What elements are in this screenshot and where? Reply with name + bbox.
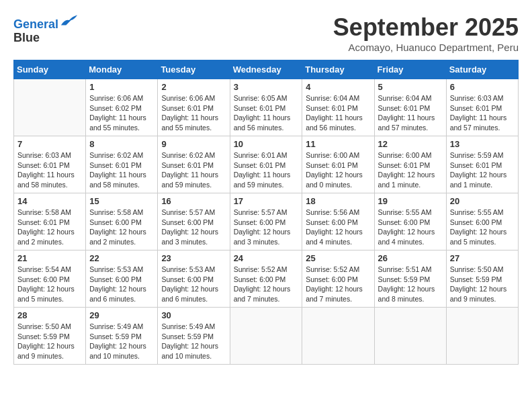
- calendar-table: SundayMondayTuesdayWednesdayThursdayFrid…: [13, 60, 519, 365]
- day-of-week-header: Tuesday: [158, 60, 230, 79]
- day-number: 1: [89, 82, 154, 92]
- day-info: Sunrise: 5:57 AM Sunset: 6:00 PM Dayligh…: [161, 208, 226, 247]
- day-info: Sunrise: 6:04 AM Sunset: 6:01 PM Dayligh…: [306, 93, 370, 133]
- day-of-week-header: Thursday: [302, 60, 374, 79]
- day-info: Sunrise: 6:05 AM Sunset: 6:01 PM Dayligh…: [234, 93, 299, 133]
- day-of-week-header: Monday: [86, 60, 158, 79]
- day-number: 8: [89, 139, 154, 149]
- day-info: Sunrise: 5:57 AM Sunset: 6:00 PM Dayligh…: [234, 208, 299, 247]
- day-of-week-header: Saturday: [446, 60, 518, 79]
- month-title: September 2025: [333, 13, 519, 42]
- calendar-day-cell: 20Sunrise: 5:55 AM Sunset: 6:00 PM Dayli…: [446, 193, 518, 250]
- calendar-day-cell: 16Sunrise: 5:57 AM Sunset: 6:00 PM Dayli…: [158, 193, 230, 250]
- day-info: Sunrise: 5:50 AM Sunset: 5:59 PM Dayligh…: [450, 265, 515, 304]
- day-info: Sunrise: 5:49 AM Sunset: 5:59 PM Dayligh…: [89, 322, 154, 361]
- calendar-day-cell: 18Sunrise: 5:56 AM Sunset: 6:00 PM Dayli…: [302, 193, 374, 250]
- day-info: Sunrise: 6:02 AM Sunset: 6:01 PM Dayligh…: [161, 150, 226, 190]
- day-info: Sunrise: 5:59 AM Sunset: 6:01 PM Dayligh…: [450, 150, 515, 190]
- day-info: Sunrise: 6:03 AM Sunset: 6:01 PM Dayligh…: [450, 93, 515, 133]
- day-number: 15: [89, 196, 154, 206]
- calendar-day-cell: 5Sunrise: 6:04 AM Sunset: 6:01 PM Daylig…: [374, 79, 446, 136]
- calendar-day-cell: 9Sunrise: 6:02 AM Sunset: 6:01 PM Daylig…: [158, 136, 230, 193]
- day-info: Sunrise: 6:04 AM Sunset: 6:01 PM Dayligh…: [378, 93, 443, 133]
- day-info: Sunrise: 5:55 AM Sunset: 6:00 PM Dayligh…: [450, 208, 515, 247]
- calendar-day-cell: 25Sunrise: 5:52 AM Sunset: 6:00 PM Dayli…: [302, 250, 374, 308]
- calendar-day-cell: 14Sunrise: 5:58 AM Sunset: 6:01 PM Dayli…: [14, 193, 86, 250]
- day-info: Sunrise: 5:52 AM Sunset: 6:00 PM Dayligh…: [306, 265, 370, 304]
- calendar-day-cell: 4Sunrise: 6:04 AM Sunset: 6:01 PM Daylig…: [302, 79, 374, 136]
- logo-text: GeneralBlue: [13, 13, 79, 45]
- day-number: 5: [378, 82, 443, 92]
- day-number: 21: [17, 253, 82, 263]
- calendar-week-row: 1Sunrise: 6:06 AM Sunset: 6:02 PM Daylig…: [14, 79, 519, 136]
- calendar-day-cell: 17Sunrise: 5:57 AM Sunset: 6:00 PM Dayli…: [230, 193, 302, 250]
- day-info: Sunrise: 5:53 AM Sunset: 6:00 PM Dayligh…: [161, 265, 226, 304]
- calendar-day-cell: 6Sunrise: 6:03 AM Sunset: 6:01 PM Daylig…: [446, 79, 518, 136]
- day-number: 7: [17, 139, 82, 149]
- calendar-day-cell: 7Sunrise: 6:03 AM Sunset: 6:01 PM Daylig…: [14, 136, 86, 193]
- day-number: 27: [450, 253, 515, 263]
- day-number: 24: [234, 253, 299, 263]
- day-info: Sunrise: 5:49 AM Sunset: 5:59 PM Dayligh…: [161, 322, 226, 361]
- day-info: Sunrise: 5:58 AM Sunset: 6:00 PM Dayligh…: [89, 208, 154, 247]
- calendar-day-cell: 3Sunrise: 6:05 AM Sunset: 6:01 PM Daylig…: [230, 79, 302, 136]
- day-number: 12: [378, 139, 443, 149]
- page-header: GeneralBlue September 2025 Acomayo, Huan…: [13, 13, 519, 53]
- calendar-day-cell: 26Sunrise: 5:51 AM Sunset: 5:59 PM Dayli…: [374, 250, 446, 308]
- calendar-day-cell: 19Sunrise: 5:55 AM Sunset: 6:00 PM Dayli…: [374, 193, 446, 250]
- day-number: 29: [89, 310, 154, 320]
- day-number: 23: [161, 253, 226, 263]
- calendar-day-cell: [230, 308, 302, 365]
- calendar-day-cell: 29Sunrise: 5:49 AM Sunset: 5:59 PM Dayli…: [86, 308, 158, 365]
- calendar-day-cell: 24Sunrise: 5:52 AM Sunset: 6:00 PM Dayli…: [230, 250, 302, 308]
- day-info: Sunrise: 5:55 AM Sunset: 6:00 PM Dayligh…: [378, 208, 443, 247]
- calendar-week-row: 21Sunrise: 5:54 AM Sunset: 6:00 PM Dayli…: [14, 250, 519, 308]
- day-info: Sunrise: 5:51 AM Sunset: 5:59 PM Dayligh…: [378, 265, 443, 304]
- calendar-day-cell: 22Sunrise: 5:53 AM Sunset: 6:00 PM Dayli…: [86, 250, 158, 308]
- day-number: 26: [378, 253, 443, 263]
- day-info: Sunrise: 5:53 AM Sunset: 6:00 PM Dayligh…: [89, 265, 154, 304]
- day-number: 6: [450, 82, 515, 92]
- calendar-day-cell: [446, 308, 518, 365]
- day-info: Sunrise: 5:50 AM Sunset: 5:59 PM Dayligh…: [17, 322, 82, 361]
- day-info: Sunrise: 6:02 AM Sunset: 6:01 PM Dayligh…: [89, 150, 154, 190]
- day-number: 30: [161, 310, 226, 320]
- day-of-week-header: Friday: [374, 60, 446, 79]
- day-number: 4: [306, 82, 370, 92]
- day-number: 2: [161, 82, 226, 92]
- day-of-week-header: Wednesday: [230, 60, 302, 79]
- calendar-day-cell: 10Sunrise: 6:01 AM Sunset: 6:01 PM Dayli…: [230, 136, 302, 193]
- calendar-day-cell: 13Sunrise: 5:59 AM Sunset: 6:01 PM Dayli…: [446, 136, 518, 193]
- day-info: Sunrise: 5:54 AM Sunset: 6:00 PM Dayligh…: [17, 265, 82, 304]
- day-number: 17: [234, 196, 299, 206]
- calendar-day-cell: 23Sunrise: 5:53 AM Sunset: 6:00 PM Dayli…: [158, 250, 230, 308]
- calendar-day-cell: 27Sunrise: 5:50 AM Sunset: 5:59 PM Dayli…: [446, 250, 518, 308]
- calendar-day-cell: 8Sunrise: 6:02 AM Sunset: 6:01 PM Daylig…: [86, 136, 158, 193]
- day-info: Sunrise: 5:58 AM Sunset: 6:01 PM Dayligh…: [17, 208, 82, 247]
- day-of-week-header: Sunday: [14, 60, 86, 79]
- day-number: 25: [306, 253, 370, 263]
- day-number: 11: [306, 139, 370, 149]
- calendar-header-row: SundayMondayTuesdayWednesdayThursdayFrid…: [14, 60, 519, 79]
- day-number: 10: [234, 139, 299, 149]
- calendar-day-cell: 11Sunrise: 6:00 AM Sunset: 6:01 PM Dayli…: [302, 136, 374, 193]
- calendar-day-cell: [302, 308, 374, 365]
- day-number: 9: [161, 139, 226, 149]
- day-number: 14: [17, 196, 82, 206]
- day-number: 16: [161, 196, 226, 206]
- title-block: September 2025 Acomayo, Huanuco Departme…: [333, 13, 519, 53]
- calendar-day-cell: [374, 308, 446, 365]
- calendar-week-row: 7Sunrise: 6:03 AM Sunset: 6:01 PM Daylig…: [14, 136, 519, 193]
- day-number: 19: [378, 196, 443, 206]
- day-number: 3: [234, 82, 299, 92]
- calendar-day-cell: 1Sunrise: 6:06 AM Sunset: 6:02 PM Daylig…: [86, 79, 158, 136]
- day-number: 13: [450, 139, 515, 149]
- logo: GeneralBlue: [13, 13, 79, 45]
- calendar-week-row: 14Sunrise: 5:58 AM Sunset: 6:01 PM Dayli…: [14, 193, 519, 250]
- day-info: Sunrise: 6:03 AM Sunset: 6:01 PM Dayligh…: [17, 150, 82, 190]
- day-info: Sunrise: 6:06 AM Sunset: 6:01 PM Dayligh…: [161, 93, 226, 133]
- day-number: 22: [89, 253, 154, 263]
- calendar-day-cell: 28Sunrise: 5:50 AM Sunset: 5:59 PM Dayli…: [14, 308, 86, 365]
- location: Acomayo, Huanuco Department, Peru: [333, 42, 519, 53]
- day-info: Sunrise: 5:52 AM Sunset: 6:00 PM Dayligh…: [234, 265, 299, 304]
